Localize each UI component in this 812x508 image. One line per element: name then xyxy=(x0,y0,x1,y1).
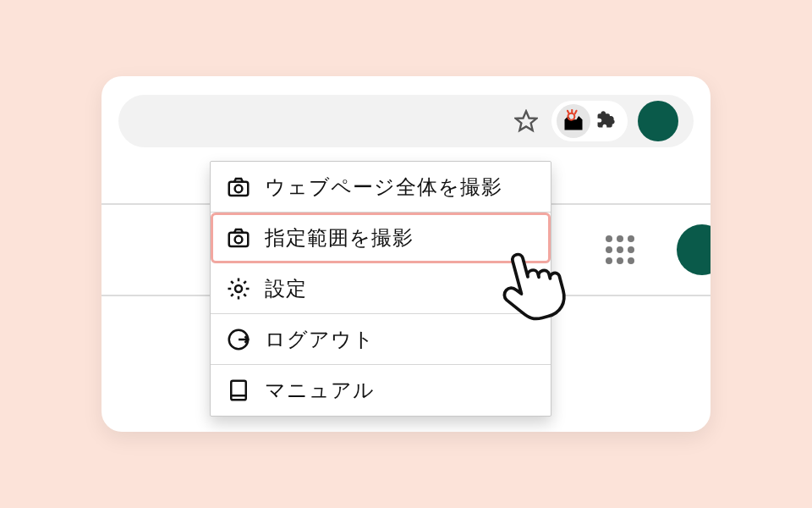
illustration-frame: ウェブページ全体を撮影 指定範囲を撮影 設定 xyxy=(102,76,710,432)
browser-toolbar xyxy=(118,95,694,147)
extension-cat-icon xyxy=(562,109,585,133)
svg-point-3 xyxy=(235,185,243,192)
menu-item-logout[interactable]: ログアウト xyxy=(211,314,551,365)
apps-grid-button[interactable] xyxy=(606,235,634,264)
bookmark-star-button[interactable] xyxy=(511,106,541,136)
svg-rect-8 xyxy=(231,381,246,400)
menu-item-label: ウェブページ全体を撮影 xyxy=(265,174,502,201)
svg-point-5 xyxy=(235,235,243,243)
logout-icon xyxy=(226,327,251,352)
menu-item-label: マニュアル xyxy=(265,377,375,404)
menu-item-label: 指定範囲を撮影 xyxy=(265,224,414,251)
extension-pill xyxy=(551,101,628,141)
star-icon xyxy=(514,109,538,133)
svg-rect-4 xyxy=(229,232,249,246)
menu-item-label: ログアウト xyxy=(265,326,375,353)
profile-avatar[interactable] xyxy=(638,101,678,141)
menu-item-label: 設定 xyxy=(265,275,307,302)
svg-rect-2 xyxy=(229,181,249,195)
puzzle-icon[interactable] xyxy=(595,109,619,133)
camera-icon xyxy=(226,225,251,251)
book-icon xyxy=(226,378,251,403)
menu-item-manual[interactable]: マニュアル xyxy=(211,365,551,416)
app-profile-avatar[interactable] xyxy=(677,224,710,275)
extension-button[interactable] xyxy=(557,104,590,138)
svg-marker-0 xyxy=(516,111,537,130)
camera-icon xyxy=(226,174,251,200)
svg-point-1 xyxy=(568,113,574,120)
gear-icon xyxy=(226,276,251,301)
menu-item-capture-full-page[interactable]: ウェブページ全体を撮影 xyxy=(211,162,551,213)
svg-point-6 xyxy=(235,285,242,292)
